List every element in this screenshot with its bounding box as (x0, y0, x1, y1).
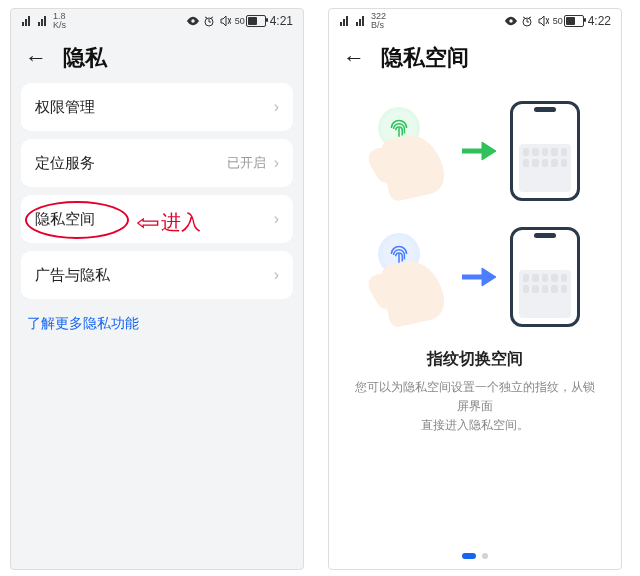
learn-more-link[interactable]: 了解更多隐私功能 (11, 301, 303, 333)
item-label: 广告与隐私 (35, 266, 110, 285)
page-indicator (329, 553, 621, 559)
arrow-blue-icon (462, 266, 496, 288)
page-title: 隐私 (63, 43, 107, 73)
illus-row-green (370, 101, 580, 201)
chevron-right-icon: › (274, 266, 279, 284)
mini-phone-icon (510, 101, 580, 201)
info-title: 指纹切换空间 (427, 349, 523, 370)
mute-icon (537, 15, 549, 27)
status-bar: 1.8K/s 50 4:21 (11, 9, 303, 33)
arrow-green-icon (462, 140, 496, 162)
hand-blue (370, 231, 448, 323)
clock: 4:21 (270, 14, 293, 28)
signal-icon (37, 15, 49, 27)
hand-green (370, 105, 448, 197)
info-desc: 您可以为隐私空间设置一个独立的指纹，从锁屏界面直接进入隐私空间。 (329, 378, 621, 436)
chevron-right-icon: › (274, 154, 279, 172)
annotation-arrow: ⇦进入 (139, 209, 201, 236)
item-permissions[interactable]: 权限管理 › (21, 83, 293, 131)
header: ← 隐私 (11, 33, 303, 81)
item-private-space[interactable]: 隐私空间 › ⇦进入 (21, 195, 293, 243)
battery-icon: 50 (235, 15, 266, 27)
annotation-circle (25, 201, 129, 239)
alarm-icon (521, 15, 533, 27)
clock: 4:22 (588, 14, 611, 28)
mute-icon (219, 15, 231, 27)
header: ← 隐私空间 (329, 33, 621, 81)
item-label: 定位服务 (35, 154, 95, 173)
net-speed: 322B/s (371, 12, 386, 30)
item-location[interactable]: 定位服务 已开启› (21, 139, 293, 187)
illus-row-blue (370, 227, 580, 327)
signal-icon (21, 15, 33, 27)
phone-left: 1.8K/s 50 4:21 ← 隐私 权限管理 › 定位服务 已开启› 隐私空… (10, 8, 304, 570)
eye-icon (187, 15, 199, 27)
signal-icon (339, 15, 351, 27)
battery-icon: 50 (553, 15, 584, 27)
item-ads-privacy[interactable]: 广告与隐私 › (21, 251, 293, 299)
item-value: 已开启 (227, 154, 266, 172)
chevron-right-icon: › (274, 210, 279, 228)
chevron-right-icon: › (274, 98, 279, 116)
mini-phone-icon (510, 227, 580, 327)
phone-right: 322B/s 50 4:22 ← 隐私空间 (328, 8, 622, 570)
item-label: 权限管理 (35, 98, 95, 117)
alarm-icon (203, 15, 215, 27)
status-bar: 322B/s 50 4:22 (329, 9, 621, 33)
eye-icon (505, 15, 517, 27)
signal-icon (355, 15, 367, 27)
page-title: 隐私空间 (381, 43, 469, 73)
illustration: 指纹切换空间 您可以为隐私空间设置一个独立的指纹，从锁屏界面直接进入隐私空间。 (329, 81, 621, 569)
dot[interactable] (482, 553, 488, 559)
arrow-left-icon: ⇦ (136, 212, 159, 234)
net-speed: 1.8K/s (53, 12, 66, 30)
annotation-label: 进入 (161, 209, 201, 236)
back-icon[interactable]: ← (343, 47, 365, 69)
dot-active (462, 553, 476, 559)
settings-list: 权限管理 › 定位服务 已开启› 隐私空间 › ⇦进入 广告与隐私 › (11, 81, 303, 301)
back-icon[interactable]: ← (25, 47, 47, 69)
